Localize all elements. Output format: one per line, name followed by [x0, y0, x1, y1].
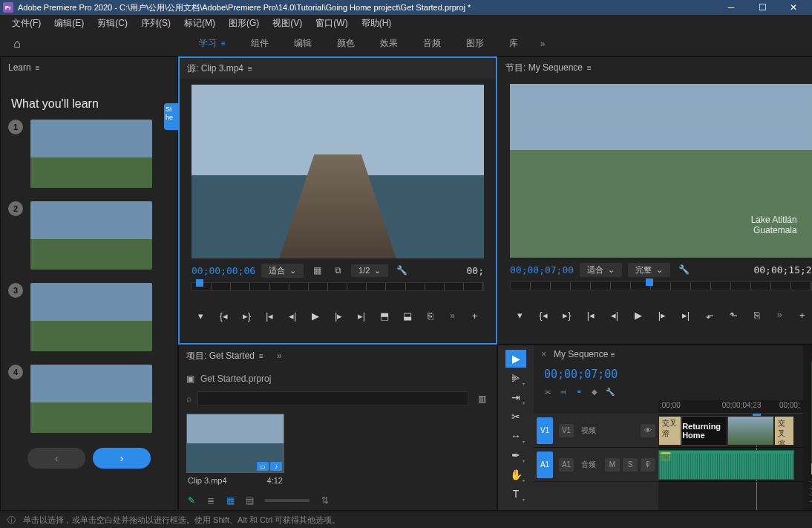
nest-toggle[interactable]: ⫘ [541, 385, 554, 397]
selection-tool[interactable]: ▶▾ [505, 350, 526, 368]
program-monitor[interactable]: Lake Atitlán Guatemala [510, 84, 812, 258]
menu-window[interactable]: 窗口(W) [310, 16, 353, 31]
source-monitor[interactable] [191, 85, 484, 258]
go-to-in-button[interactable]: |◂ [261, 307, 279, 324]
hand-tool[interactable]: ✋▾ [505, 466, 526, 483]
source-timecode-out[interactable]: 00; [467, 265, 484, 276]
program-playhead[interactable] [646, 278, 653, 286]
project-tab[interactable]: 项目: Get Started ≡ [186, 350, 263, 362]
learn-back-button[interactable]: ‹ [27, 448, 85, 469]
source-transport-overflow[interactable]: » [444, 310, 461, 321]
learn-item-2[interactable]: 2 [8, 201, 170, 270]
source-tab[interactable]: 源: Clip 3.mp4 ≡ [187, 62, 252, 75]
source-zoom-dropdown[interactable]: 适合 ⌄ [261, 264, 304, 278]
new-bin-from-search-icon[interactable]: ▥ [474, 391, 489, 406]
prog-step-back-button[interactable]: ◂| [605, 307, 624, 323]
sort-icon[interactable]: ⇅ [318, 494, 332, 507]
hint-flyout[interactable]: St he [164, 103, 179, 130]
a1-source-patch[interactable]: A1 [537, 452, 553, 478]
v1-toggle-output[interactable]: 👁 [641, 424, 655, 437]
mark-out-button[interactable]: ▸} [238, 307, 256, 324]
prog-mark-out-button[interactable]: ▸} [557, 307, 577, 323]
menu-file[interactable]: 文件(F) [6, 16, 47, 31]
program-timecode-in[interactable]: 00;00;07;00 [510, 264, 574, 276]
type-tool[interactable]: T▾ [505, 485, 526, 503]
freeform-view-icon[interactable]: ▤ [243, 494, 256, 507]
prog-button-editor-button[interactable]: + [793, 307, 812, 323]
a1-target[interactable]: A1 [559, 458, 574, 472]
v1-source-patch[interactable]: V1 [537, 417, 553, 444]
home-button[interactable]: ⌂ [0, 37, 34, 50]
source-playhead[interactable] [196, 279, 203, 287]
snap-toggle[interactable]: ⫤ [557, 385, 570, 397]
timeline-settings-icon[interactable]: 🔧 [603, 385, 617, 397]
prog-mark-in-button[interactable]: {◂ [534, 307, 553, 323]
video-clip-transition-2[interactable]: 交叉溶 [774, 416, 794, 446]
track-head-v1[interactable]: V1 V1 视频 👁 [534, 414, 658, 448]
source-settings-icon[interactable]: ▦ [310, 263, 324, 278]
step-back-button[interactable]: ◂| [284, 307, 302, 324]
overwrite-button[interactable]: ⬓ [398, 307, 416, 324]
close-button[interactable]: ✕ [778, 1, 809, 14]
audio-clip[interactable]: fx [658, 450, 794, 480]
learn-item-3[interactable]: 3 [8, 283, 170, 351]
button-editor-button[interactable]: + [465, 307, 484, 324]
video-clip-footage[interactable] [727, 416, 773, 446]
source-scrub-bar[interactable] [191, 282, 484, 300]
project-search-input[interactable] [197, 391, 468, 406]
menu-edit[interactable]: 编辑(E) [48, 16, 90, 31]
maximize-button[interactable]: ☐ [747, 1, 778, 14]
workspace-tab-audio[interactable]: 音频 [414, 33, 450, 54]
linked-selection-toggle[interactable]: ⚭ [572, 385, 586, 397]
source-resolution-dropdown[interactable]: 1/2 ⌄ [351, 264, 388, 277]
source-timecode-in[interactable]: 00;00;00;06 [191, 265, 255, 276]
razor-tool[interactable]: ✂ [505, 408, 526, 426]
menu-clip[interactable]: 剪辑(C) [91, 16, 134, 31]
learn-tab[interactable]: Learn ≡ [8, 62, 40, 73]
v1-target[interactable]: V1 [559, 424, 574, 437]
prog-step-forward-button[interactable]: |▸ [652, 307, 672, 323]
mark-in-button[interactable]: {◂ [215, 307, 233, 324]
timeline-ruler[interactable]: ;00;00 00;00;04;23 00;00; [658, 400, 803, 414]
a1-voiceover[interactable]: 🎙 [641, 458, 655, 472]
source-wrench-icon[interactable]: 🔧 [394, 263, 409, 278]
source-compare-icon[interactable]: ⧉ [330, 263, 345, 278]
rw-toggle-icon[interactable]: ✎ [185, 494, 198, 507]
workspace-tab-libraries[interactable]: 库 [500, 33, 527, 54]
learn-forward-button[interactable]: › [93, 448, 151, 469]
minimize-button[interactable]: ─ [716, 1, 747, 14]
workspace-tab-color[interactable]: 颜色 [328, 33, 364, 54]
go-to-out-button[interactable]: ▸| [353, 307, 371, 324]
insert-button[interactable]: ⬒ [376, 307, 394, 324]
learn-item-1[interactable]: 1 [8, 120, 170, 188]
workspace-tab-effects[interactable]: 效果 [371, 33, 407, 54]
timeline-close-icon[interactable]: × [541, 349, 546, 359]
ripple-edit-tool[interactable]: ⇥▾ [505, 388, 526, 406]
menu-sequence[interactable]: 序列(S) [135, 16, 177, 31]
program-timecode-out[interactable]: 00;00;15;2 [753, 264, 811, 276]
prog-play-button[interactable]: ▶ [629, 307, 648, 323]
prog-export-frame-button[interactable]: ⎘ [747, 307, 767, 323]
project-clip-item[interactable]: ▭ ♪ Clip 3.mp4 4:12 [186, 414, 284, 488]
program-scrub-bar[interactable] [510, 281, 812, 299]
menu-markers[interactable]: 标记(M) [178, 16, 221, 31]
play-button[interactable]: ▶ [307, 307, 325, 324]
menu-help[interactable]: 帮助(H) [356, 16, 398, 31]
workspace-tab-graphics[interactable]: 图形 [457, 33, 493, 54]
a1-solo[interactable]: S [623, 458, 638, 472]
menu-graphics[interactable]: 图形(G) [223, 16, 265, 31]
learn-item-4[interactable]: 4 [8, 365, 170, 433]
prog-go-to-out-button[interactable]: ▸| [676, 307, 695, 323]
menu-view[interactable]: 视图(V) [266, 16, 308, 31]
step-forward-button[interactable]: |▸ [330, 307, 348, 324]
timeline-lanes[interactable]: 交叉溶 Returning Home 交叉溶 fx [658, 414, 803, 510]
prog-add-marker-button[interactable]: ▾ [510, 307, 529, 323]
list-view-icon[interactable]: ≣ [204, 494, 217, 507]
prog-extract-button[interactable]: ⬑ [724, 307, 743, 323]
sequence-tab[interactable]: My Sequence ≡ [554, 349, 615, 359]
workspace-tab-editing[interactable]: 编辑 [285, 33, 321, 54]
icon-view-icon[interactable]: ▦ [223, 494, 237, 507]
program-transport-overflow[interactable]: » [771, 310, 788, 320]
pen-tool[interactable]: ✒▾ [505, 446, 526, 464]
track-select-tool[interactable]: ⫸▾ [505, 369, 526, 387]
